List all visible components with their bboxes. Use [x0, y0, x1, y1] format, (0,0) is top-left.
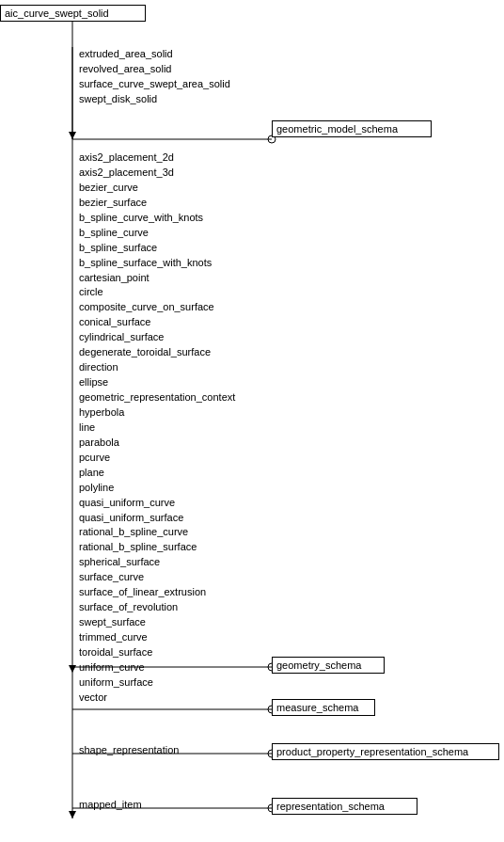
box-aic-curve-swept-solid: aic_curve_swept_solid — [0, 5, 146, 22]
svg-marker-7 — [69, 665, 76, 673]
box-product-property-representation-schema: product_property_representation_schema — [272, 743, 499, 760]
box-geometric-model-schema: geometric_model_schema — [272, 120, 432, 137]
box-representation-schema: representation_schema — [272, 798, 417, 815]
svg-marker-1 — [69, 132, 76, 139]
diagram: aic_curve_swept_solid extruded_area_soli… — [0, 0, 504, 842]
box-geometry-schema: geometry_schema — [272, 657, 385, 674]
geom-model-items-list: axis2_placement_2d axis2_placement_3d be… — [79, 151, 235, 706]
repr-items-list: mapped_item — [79, 798, 142, 813]
svg-marker-15 — [69, 811, 76, 818]
aic-items-list: extruded_area_solid revolved_area_solid … — [79, 47, 230, 107]
box-measure-schema: measure_schema — [272, 699, 375, 716]
pprs-items-list: shape_representation — [79, 743, 179, 758]
